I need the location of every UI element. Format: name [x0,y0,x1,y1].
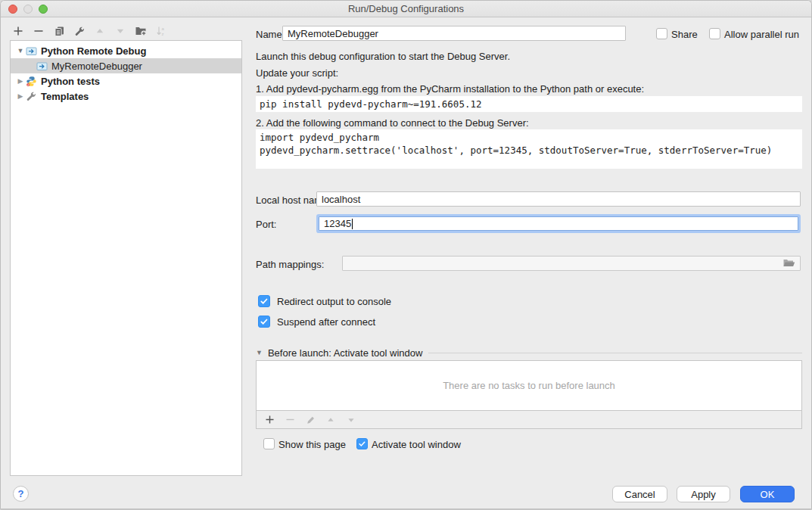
move-task-down-button [346,415,356,425]
checkmark-icon [260,297,269,306]
tree-item-python-tests[interactable]: ▶ Python tests [11,73,241,89]
minus-icon [33,26,44,36]
before-launch-section-header[interactable]: ▼ Before launch: Activate tool window [256,347,802,359]
add-task-button[interactable] [264,415,275,425]
checkmark-icon [260,317,269,326]
svg-text:a: a [162,26,165,31]
allow-parallel-run-checkbox[interactable] [709,28,720,39]
configurations-tree: ▼ Python Remote Debug MyRemoteDebugger ▶… [10,40,242,476]
suspend-after-connect-checkbox[interactable] [258,316,270,328]
create-folder-button[interactable] [135,25,147,37]
path-mappings-label: Path mappings: [256,259,324,270]
arrow-up-icon [326,415,335,424]
instruction-step-1: 1. Add pydevd-pycharm.egg from the PyCha… [256,83,644,95]
instruction-line-2: Update your script: [256,67,338,79]
suspend-after-connect-label: Suspend after connect [277,316,375,328]
minus-icon [285,415,295,424]
share-label: Share [671,29,698,40]
plus-icon [13,26,23,36]
run-debug-configurations-dialog: Run/Debug Configurations az ▼ [0,0,812,510]
pencil-icon [306,415,316,424]
configurations-toolbar: az [12,25,167,37]
sort-configurations-button: az [155,25,167,37]
apply-button[interactable]: Apply [677,486,730,502]
path-mappings-input[interactable] [342,256,801,271]
help-button[interactable]: ? [13,486,29,502]
allow-parallel-run-label: Allow parallel run [724,29,799,40]
activate-tool-window-checkbox[interactable] [356,438,368,449]
tree-item-python-remote-debug[interactable]: ▼ Python Remote Debug [11,43,241,58]
checkmark-icon [358,440,366,448]
plus-icon [265,415,275,424]
activate-tool-window-label: Activate tool window [372,439,461,450]
text-caret [352,219,353,229]
section-divider [428,353,802,353]
wrench-icon [74,26,86,37]
folder-add-icon [135,25,147,37]
move-down-button [114,25,126,37]
tree-item-myremotedebugger[interactable]: MyRemoteDebugger [11,58,241,73]
arrow-up-icon [95,26,105,36]
browse-folder-icon[interactable] [782,258,795,269]
tree-item-templates[interactable]: ▶ Templates [11,89,241,104]
instruction-step-2: 2. Add the following command to connect … [256,117,529,129]
name-input[interactable]: MyRemoteDebugger [282,26,626,41]
instruction-line-1: Launch this debug configuration to start… [256,51,510,62]
sort-az-icon: az [155,25,167,37]
settrace-code-line-1: import pydevd_pycharm [260,131,798,144]
arrow-down-icon [347,415,356,424]
move-up-button [94,25,106,37]
show-this-page-checkbox[interactable] [263,438,275,449]
local-host-name-input[interactable]: localhost [316,191,801,207]
move-task-up-button [325,415,336,425]
tree-item-label: Templates [41,91,89,102]
port-label: Port: [256,219,276,230]
redirect-output-label: Redirect output to console [277,296,391,307]
port-input[interactable]: 12345 [319,216,798,231]
task-list-toolbar [256,411,802,429]
copy-icon [54,26,65,37]
arrow-down-icon [115,26,126,36]
ok-button[interactable]: OK [740,486,795,502]
pip-install-command: pip install pydevd-pycharm~=191.6605.12 [260,98,798,110]
question-mark-icon: ? [18,488,24,499]
pip-install-code-block: pip install pydevd-pycharm~=191.6605.12 [256,96,802,112]
copy-configuration-button[interactable] [53,25,65,37]
svg-text:z: z [162,32,164,36]
wrench-icon [26,91,37,102]
empty-task-list-text: There are no tasks to run before launch [443,380,615,391]
edit-task-button [305,415,316,425]
python-tests-icon [26,76,37,87]
show-this-page-label: Show this page [278,439,346,450]
chevron-expanded-icon[interactable]: ▼ [15,47,26,54]
remove-configuration-button[interactable] [33,25,45,37]
share-checkbox[interactable] [656,28,667,39]
redirect-output-checkbox[interactable] [258,295,270,307]
edit-defaults-button[interactable] [73,25,86,37]
before-launch-title: Before launch: Activate tool window [268,347,423,359]
cancel-button[interactable]: Cancel [612,486,667,502]
name-input-value: MyRemoteDebugger [288,28,378,39]
window-title: Run/Debug Configurations [1,3,811,14]
chevron-collapsed-icon[interactable]: ▶ [15,77,26,85]
titlebar: Run/Debug Configurations [1,1,811,17]
tree-item-label: Python Remote Debug [41,45,146,57]
port-value: 12345 [324,218,351,229]
name-label: Name: [256,29,285,40]
remote-debug-icon [26,45,37,57]
tree-item-label: Python tests [41,76,100,87]
remote-debug-icon [36,61,48,72]
add-configuration-button[interactable] [12,25,24,37]
remove-task-button [285,415,295,425]
section-collapse-icon[interactable]: ▼ [256,349,263,356]
local-host-name-value: localhost [322,194,360,205]
tree-item-label: MyRemoteDebugger [51,61,142,72]
before-launch-task-list[interactable]: There are no tasks to run before launch [256,360,802,411]
settrace-code-line-2: pydevd_pycharm.settrace('localhost', por… [260,144,798,157]
chevron-collapsed-icon[interactable]: ▶ [15,92,26,100]
settrace-code-block: import pydevd_pycharm pydevd_pycharm.set… [256,129,802,169]
